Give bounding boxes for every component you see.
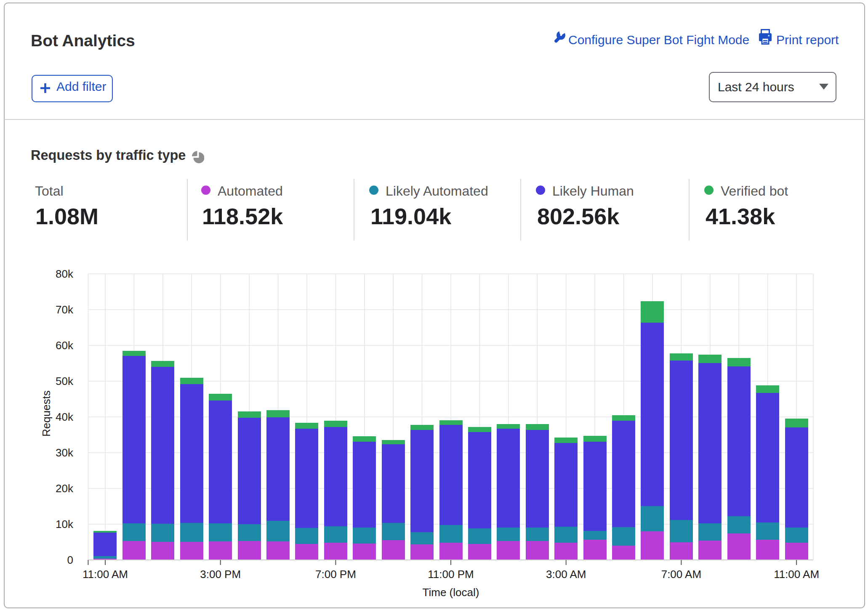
svg-text:7:00 AM: 7:00 AM — [661, 568, 701, 581]
svg-text:80k: 80k — [56, 268, 74, 280]
svg-text:20k: 20k — [56, 482, 74, 495]
svg-text:7:00 PM: 7:00 PM — [315, 568, 356, 581]
svg-text:Time (local): Time (local) — [423, 586, 479, 599]
svg-text:3:00 AM: 3:00 AM — [546, 568, 586, 581]
svg-text:11:00 AM: 11:00 AM — [83, 568, 128, 581]
svg-text:50k: 50k — [56, 375, 74, 387]
svg-text:60k: 60k — [56, 339, 74, 352]
svg-text:30k: 30k — [56, 446, 74, 459]
svg-text:11:00 PM: 11:00 PM — [428, 568, 474, 581]
svg-text:10k: 10k — [56, 518, 74, 530]
svg-text:0: 0 — [67, 554, 73, 566]
svg-text:Requests: Requests — [40, 390, 53, 437]
svg-text:40k: 40k — [56, 411, 74, 423]
svg-text:3:00 PM: 3:00 PM — [200, 568, 241, 581]
svg-text:11:00 AM: 11:00 AM — [774, 568, 819, 581]
svg-text:70k: 70k — [56, 303, 74, 316]
